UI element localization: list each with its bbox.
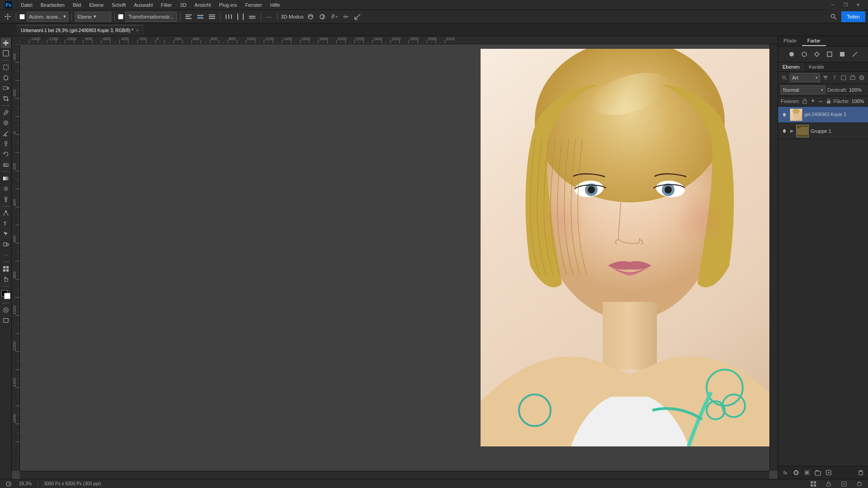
search-icon[interactable] bbox=[829, 12, 839, 22]
menu-bearbeiten[interactable]: Bearbeiten bbox=[37, 1, 68, 9]
status-icon-1[interactable]: ? bbox=[4, 479, 14, 488]
menu-hilfe[interactable]: Hilfe bbox=[266, 1, 283, 9]
autom-dropdown[interactable]: Autom. ausw... ▾ bbox=[27, 12, 68, 22]
pfade-tab[interactable]: Pfade bbox=[778, 36, 802, 46]
slide-3d-icon[interactable] bbox=[341, 12, 351, 22]
rotate-3d-icon[interactable] bbox=[306, 12, 316, 22]
layer-visibility-0[interactable] bbox=[781, 111, 788, 118]
blur-tool[interactable] bbox=[1, 184, 11, 194]
shape-circle-icon[interactable] bbox=[787, 49, 797, 59]
move-tool[interactable] bbox=[1, 38, 11, 48]
status-new-icon[interactable] bbox=[839, 479, 849, 488]
lock-all-icon[interactable] bbox=[826, 98, 832, 105]
minimize-button[interactable]: ─ bbox=[826, 0, 839, 10]
more-icon[interactable]: ··· bbox=[264, 12, 274, 22]
scale-3d-icon[interactable] bbox=[353, 12, 363, 22]
layer-item-0[interactable]: girl-2406963 Kopie 3 bbox=[778, 107, 868, 123]
zoom-view-toggle[interactable] bbox=[1, 264, 11, 274]
distribute-3-icon[interactable] bbox=[247, 12, 257, 22]
close-button[interactable]: ✕ bbox=[852, 0, 864, 10]
type-tool[interactable]: T bbox=[1, 219, 11, 229]
eraser-tool[interactable] bbox=[1, 160, 11, 169]
status-lock-icon[interactable] bbox=[824, 479, 834, 488]
crop-tool[interactable] bbox=[1, 94, 11, 103]
menu-schrift[interactable]: Schrift bbox=[108, 1, 129, 9]
lasso-tool[interactable] bbox=[1, 73, 11, 83]
layer-adjustment-button[interactable] bbox=[802, 468, 811, 477]
transformationsstr-btn[interactable]: Transformationsstr... bbox=[125, 12, 177, 22]
menu-ebene[interactable]: Ebene bbox=[85, 1, 107, 9]
eyedropper-tool[interactable] bbox=[1, 108, 11, 117]
gradient-tool[interactable] bbox=[1, 174, 11, 183]
history-brush-tool[interactable] bbox=[1, 149, 11, 159]
layer-filter-toggle[interactable] bbox=[858, 74, 865, 81]
layer-filter-icon-2[interactable]: T bbox=[831, 74, 838, 81]
ebene-dropdown[interactable]: Ebene ▾ bbox=[75, 12, 111, 22]
color-swatch[interactable] bbox=[1, 290, 10, 299]
pan-3d-icon[interactable] bbox=[329, 12, 339, 22]
menu-fenster[interactable]: Fenster bbox=[241, 1, 265, 9]
layer-mask-button[interactable] bbox=[792, 468, 801, 477]
horizontal-scrollbar[interactable] bbox=[20, 471, 769, 479]
layer-item-1[interactable]: ▶ Gruppe 1 bbox=[778, 123, 868, 139]
layer-new-button[interactable] bbox=[824, 468, 833, 477]
quick-mask-tool[interactable] bbox=[1, 305, 11, 315]
path-select-tool[interactable] bbox=[1, 229, 11, 239]
tab-close-button[interactable]: × bbox=[136, 28, 139, 33]
layer-filter-icon-1[interactable] bbox=[822, 74, 829, 81]
screen-mode-tool[interactable] bbox=[1, 315, 11, 325]
layer-group-button[interactable] bbox=[813, 468, 822, 477]
dodge-tool[interactable] bbox=[1, 194, 11, 204]
lock-position-icon[interactable] bbox=[802, 98, 808, 105]
roll-3d-icon[interactable] bbox=[317, 12, 327, 22]
transformations-checkbox[interactable] bbox=[118, 14, 123, 19]
artboard-tool[interactable] bbox=[1, 48, 11, 58]
shape-line-icon[interactable] bbox=[850, 49, 860, 59]
shape-tool[interactable] bbox=[1, 239, 11, 249]
document-canvas[interactable] bbox=[481, 49, 769, 446]
pen-tool[interactable] bbox=[1, 208, 11, 218]
healing-tool[interactable] bbox=[1, 118, 11, 128]
marquee-tool[interactable] bbox=[1, 62, 11, 72]
kanaele-tab[interactable]: Kanäle bbox=[804, 62, 829, 71]
menu-auswahl[interactable]: Auswahl bbox=[130, 1, 156, 9]
farbe-tab[interactable]: Farbe bbox=[802, 36, 826, 46]
brush-tool[interactable] bbox=[1, 128, 11, 138]
shape-diamond-icon[interactable] bbox=[812, 49, 822, 59]
menu-plugins[interactable]: Plug-ins bbox=[215, 1, 241, 9]
share-button[interactable]: Teilen bbox=[841, 11, 865, 22]
blend-mode-dropdown[interactable]: Normal ▾ bbox=[781, 85, 826, 94]
autom-checkbox[interactable] bbox=[19, 14, 25, 19]
layer-delete-button[interactable] bbox=[856, 468, 865, 477]
status-trash-icon[interactable] bbox=[854, 479, 864, 488]
menu-datei[interactable]: Datei bbox=[17, 1, 36, 9]
distribute-icon[interactable] bbox=[224, 12, 234, 22]
shape-rect-fill-icon[interactable] bbox=[837, 49, 847, 59]
art-filter-dropdown[interactable]: Art ▾ bbox=[790, 73, 820, 82]
object-select-tool[interactable] bbox=[1, 83, 11, 93]
shape-rect-icon[interactable] bbox=[825, 49, 835, 59]
layer-filter-icon-3[interactable] bbox=[840, 74, 847, 81]
menu-bild[interactable]: Bild bbox=[69, 1, 85, 9]
layer-visibility-1[interactable] bbox=[781, 127, 788, 135]
lock-move-icon[interactable] bbox=[810, 98, 816, 105]
move-tool-icon[interactable] bbox=[3, 12, 13, 22]
menu-filter[interactable]: Filter bbox=[157, 1, 175, 9]
distribute-2-icon[interactable] bbox=[236, 12, 245, 22]
ebenen-tab[interactable]: Ebenen bbox=[778, 62, 804, 71]
layer-filter-icon-4[interactable] bbox=[849, 74, 856, 81]
clone-stamp-tool[interactable] bbox=[1, 139, 11, 149]
background-color[interactable] bbox=[4, 293, 10, 299]
lock-art-icon[interactable] bbox=[817, 98, 824, 105]
shape-circle-outline-icon[interactable] bbox=[799, 49, 809, 59]
document-tab[interactable]: Unbenannt-1 bei 29,3% (girl-2406963 Kopi… bbox=[16, 25, 144, 36]
more-tools-btn[interactable]: ··· bbox=[1, 250, 11, 260]
layer-fx-button[interactable]: fx bbox=[781, 468, 790, 477]
hand-tool[interactable] bbox=[1, 274, 11, 284]
menu-3d[interactable]: 3D bbox=[176, 1, 190, 9]
menu-ansicht[interactable]: Ansicht bbox=[191, 1, 214, 9]
align-left-icon[interactable] bbox=[184, 12, 193, 22]
align-bottom-icon[interactable] bbox=[207, 12, 217, 22]
status-grid-icon[interactable] bbox=[808, 479, 818, 488]
align-center-v-icon[interactable] bbox=[195, 12, 205, 22]
